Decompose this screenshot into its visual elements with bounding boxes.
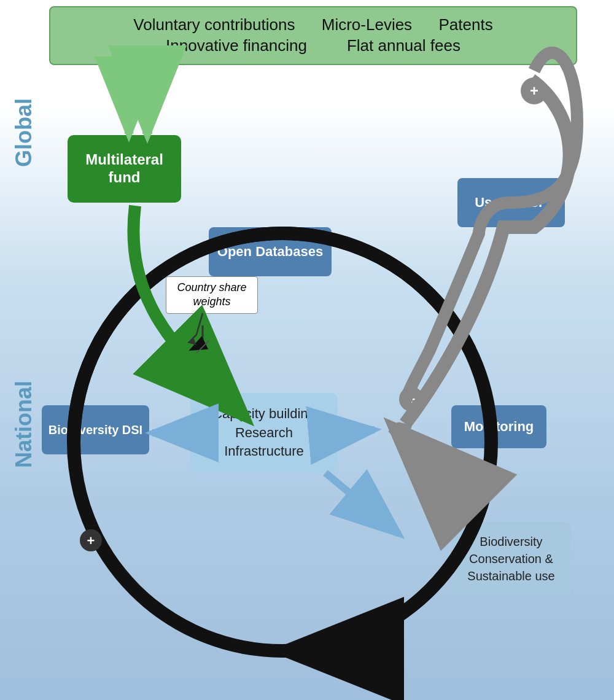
svg-text:+: + bbox=[530, 82, 538, 99]
open-databases-label: Open Databases bbox=[217, 244, 323, 260]
multilateral-fund-label: Multilateralfund bbox=[85, 151, 163, 187]
national-label: National bbox=[11, 381, 37, 468]
capacity-building-box: Capacity buildingResearchInfrastructure bbox=[190, 393, 338, 473]
monitoring-label: Monitoring bbox=[464, 419, 534, 435]
open-databases-box: Open Databases bbox=[209, 227, 332, 276]
monitoring-box: Monitoring bbox=[451, 405, 546, 448]
svg-text:✕: ✕ bbox=[82, 534, 96, 553]
svg-marker-12 bbox=[187, 338, 196, 345]
svg-text:+: + bbox=[86, 535, 95, 553]
country-share-text: Country share weights bbox=[177, 281, 246, 308]
use-of-dsi-box: Use of DSI* bbox=[457, 178, 565, 227]
svg-text:+: + bbox=[408, 392, 416, 407]
svg-point-13 bbox=[521, 77, 548, 104]
multilateral-fund-box: Multilateralfund bbox=[68, 135, 181, 203]
svg-point-10 bbox=[399, 387, 424, 411]
svg-text:+: + bbox=[87, 533, 95, 548]
biodiversity-dsi-label: Biodiversity DSI bbox=[49, 423, 142, 437]
svg-point-8 bbox=[80, 529, 102, 551]
use-of-dsi-label: Use of DSI* bbox=[475, 195, 548, 211]
global-label: Global bbox=[11, 98, 37, 167]
top-financing-box: Voluntary contributions Micro-Levies Pat… bbox=[49, 6, 577, 65]
capacity-building-label: Capacity buildingResearchInfrastructure bbox=[212, 405, 316, 461]
biodiversity-conservation-label: BiodiversityConservation &Sustainable us… bbox=[467, 533, 554, 585]
biodiversity-conservation-box: BiodiversityConservation &Sustainable us… bbox=[451, 522, 571, 596]
top-box-text: Voluntary contributions Micro-Levies Pat… bbox=[63, 15, 564, 56]
biodiversity-dsi-box: Biodiversity DSI bbox=[42, 405, 149, 454]
country-share-callout: Country share weights bbox=[166, 276, 258, 314]
diagram-container: Voluntary contributions Micro-Levies Pat… bbox=[0, 0, 614, 700]
